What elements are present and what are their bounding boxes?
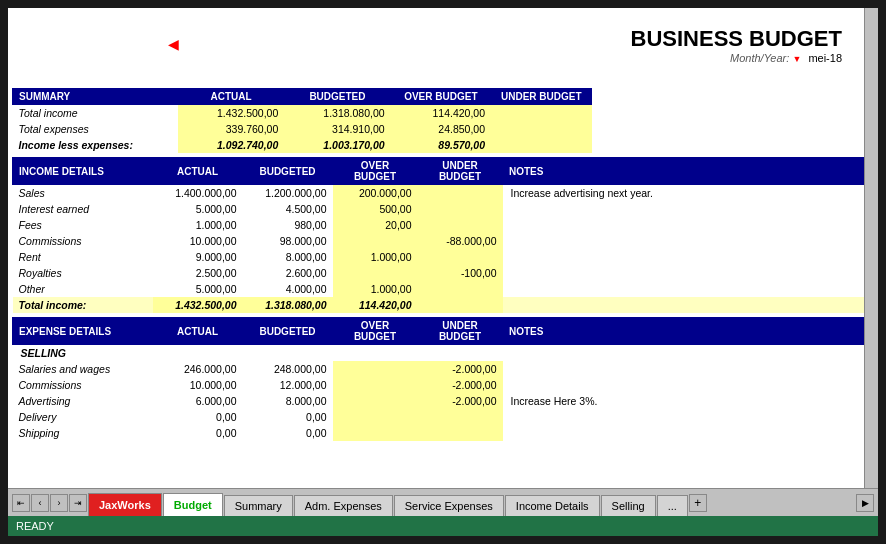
vertical-scrollbar[interactable] <box>864 8 878 488</box>
red-arrow-indicator: ◀ <box>168 36 179 52</box>
page-title: BUSINESS BUDGET <box>24 16 862 52</box>
expense-label-1: Commissions <box>13 377 153 393</box>
expense-notes-header: NOTES <box>503 318 874 345</box>
summary-budgeted-2: 1.003.170,00 <box>284 137 390 153</box>
expense-notes-3 <box>503 409 874 425</box>
expense-over-4 <box>333 425 418 441</box>
income-over-2: 20,00 <box>333 217 418 233</box>
income-over-5 <box>333 265 418 281</box>
expense-label-2: Advertising <box>13 393 153 409</box>
expense-budgeted-4: 0,00 <box>243 425 333 441</box>
income-notes-4 <box>503 249 874 265</box>
income-under-0 <box>418 185 503 202</box>
budgeted-col-header: BUDGETED <box>284 89 390 105</box>
income-budgeted-2: 980,00 <box>243 217 333 233</box>
expense-over-header: OVER BUDGET <box>333 318 418 345</box>
table-row: Income less expenses: 1.092.740,00 1.003… <box>13 137 592 153</box>
income-budgeted-4: 8.000,00 <box>243 249 333 265</box>
tab-summary[interactable]: Summary <box>224 495 293 517</box>
tab-nav-last[interactable]: ⇥ <box>69 494 87 512</box>
income-notes-6 <box>503 281 874 297</box>
expense-notes-4 <box>503 425 874 441</box>
table-row: Rent 9.000,00 8.000,00 1.000,00 <box>13 249 874 265</box>
income-notes-1 <box>503 201 874 217</box>
income-label-4: Rent <box>13 249 153 265</box>
expense-under-0: -2.000,00 <box>418 361 503 377</box>
expense-actual-header: ACTUAL <box>153 318 243 345</box>
income-budgeted-5: 2.600,00 <box>243 265 333 281</box>
expense-notes-1 <box>503 377 874 393</box>
table-row: Total income: 1.432.500,00 1.318.080,00 … <box>13 297 874 313</box>
summary-under-1 <box>491 121 591 137</box>
month-dropdown-icon[interactable]: ▼ <box>792 54 801 64</box>
sheet-tab-bar: ⇤ ‹ › ⇥ JaxWorks Budget Summary Adm. Exp… <box>8 488 878 516</box>
table-row: Sales 1.400.000,00 1.200.000,00 200.000,… <box>13 185 874 202</box>
summary-under-0 <box>491 105 591 122</box>
expense-actual-2: 6.000,00 <box>153 393 243 409</box>
income-notes-5 <box>503 265 874 281</box>
income-label-2: Fees <box>13 217 153 233</box>
income-actual-1: 5.000,00 <box>153 201 243 217</box>
tab-more[interactable]: ... <box>657 495 688 517</box>
income-budgeted-header: BUDGETED <box>243 158 333 185</box>
tab-budget[interactable]: Budget <box>163 493 223 517</box>
expense-header: EXPENSE DETAILS <box>13 318 153 345</box>
income-under-5: -100,00 <box>418 265 503 281</box>
income-total-notes <box>503 297 874 313</box>
tab-service-expenses[interactable]: Service Expenses <box>394 495 504 517</box>
actual-col-header: ACTUAL <box>178 89 284 105</box>
tab-add-button[interactable]: + <box>689 494 707 512</box>
income-over-3 <box>333 233 418 249</box>
income-label-1: Interest earned <box>13 201 153 217</box>
tab-jaxworks[interactable]: JaxWorks <box>88 493 162 517</box>
tab-nav-next[interactable]: › <box>50 494 68 512</box>
table-row: Fees 1.000,00 980,00 20,00 <box>13 217 874 233</box>
tab-scroll-right[interactable]: ▶ <box>856 494 874 512</box>
income-actual-4: 9.000,00 <box>153 249 243 265</box>
table-row: Total expenses 339.760,00 314.910,00 24.… <box>13 121 592 137</box>
expense-under-3 <box>418 409 503 425</box>
income-notes-2 <box>503 217 874 233</box>
expense-actual-3: 0,00 <box>153 409 243 425</box>
tab-income-details[interactable]: Income Details <box>505 495 600 517</box>
tab-nav-first[interactable]: ⇤ <box>12 494 30 512</box>
expense-actual-0: 246.000,00 <box>153 361 243 377</box>
expense-over-1 <box>333 377 418 393</box>
expense-label-3: Delivery <box>13 409 153 425</box>
table-row: Salaries and wages 246.000,00 248.000,00… <box>13 361 874 377</box>
income-under-1 <box>418 201 503 217</box>
expense-budgeted-3: 0,00 <box>243 409 333 425</box>
summary-over-0: 114.420,00 <box>391 105 491 122</box>
expense-under-2: -2.000,00 <box>418 393 503 409</box>
summary-actual-1: 339.760,00 <box>178 121 284 137</box>
summary-header: SUMMARY <box>13 89 178 105</box>
income-actual-header: ACTUAL <box>153 158 243 185</box>
tab-adm-expenses[interactable]: Adm. Expenses <box>294 495 393 517</box>
income-under-2 <box>418 217 503 233</box>
income-under-4 <box>418 249 503 265</box>
income-actual-0: 1.400.000,00 <box>153 185 243 202</box>
expense-budgeted-0: 248.000,00 <box>243 361 333 377</box>
summary-under-2 <box>491 137 591 153</box>
income-actual-2: 1.000,00 <box>153 217 243 233</box>
income-under-header: UNDER BUDGET <box>418 158 503 185</box>
income-total-over: 114.420,00 <box>333 297 418 313</box>
summary-label-0: Total income <box>13 105 178 122</box>
month-year-value: mei-18 <box>808 52 842 64</box>
income-actual-5: 2.500,00 <box>153 265 243 281</box>
selling-section-header: SELLING <box>13 345 874 362</box>
expense-under-header: UNDER BUDGET <box>418 318 503 345</box>
table-row: Commissions 10.000,00 98.000,00 -88.000,… <box>13 233 874 249</box>
income-total-label: Total income: <box>13 297 153 313</box>
summary-budgeted-0: 1.318.080,00 <box>284 105 390 122</box>
income-total-budgeted: 1.318.080,00 <box>243 297 333 313</box>
income-over-6: 1.000,00 <box>333 281 418 297</box>
table-row: Other 5.000,00 4.000,00 1.000,00 <box>13 281 874 297</box>
table-row: Interest earned 5.000,00 4.500,00 500,00 <box>13 201 874 217</box>
month-year-label: Month/Year: <box>730 52 789 64</box>
tab-nav-prev[interactable]: ‹ <box>31 494 49 512</box>
income-actual-6: 5.000,00 <box>153 281 243 297</box>
tab-selling[interactable]: Selling <box>601 495 656 517</box>
summary-over-2: 89.570,00 <box>391 137 491 153</box>
expense-notes-2: Increase Here 3%. <box>503 393 874 409</box>
